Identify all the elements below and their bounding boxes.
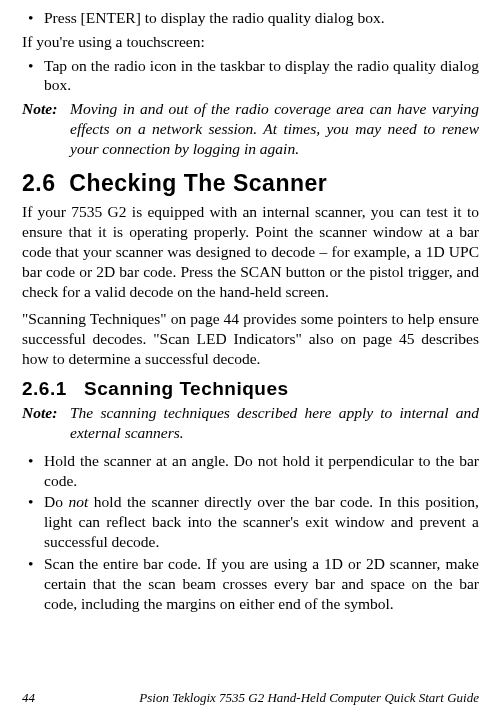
section-paragraph-1: If your 7535 G2 is equipped with an inte… — [22, 202, 479, 301]
touch-bullet-block: • Tap on the radio icon in the taskbar t… — [22, 56, 479, 96]
subsection-title: Scanning Techniques — [84, 378, 288, 399]
section-paragraph-2: "Scanning Techniques" on page 44 provide… — [22, 309, 479, 368]
section-number: 2.6 — [22, 170, 55, 196]
note-label: Note: — [22, 99, 70, 158]
note-body: The scanning techniques described here a… — [70, 403, 479, 443]
bullet-dot: • — [22, 451, 44, 491]
bullet-row: • Scan the entire bar code. If you are u… — [22, 554, 479, 613]
bullet-row: • Do not hold the scanner directly over … — [22, 492, 479, 551]
note-block-1: Note: Moving in and out of the radio cov… — [22, 99, 479, 158]
bullet-dot: • — [22, 554, 44, 613]
page-number: 44 — [22, 690, 35, 707]
note-block-2: Note: The scanning techniques described … — [22, 403, 479, 443]
text-emph: not — [69, 493, 89, 510]
page-footer: 44 Psion Teklogix 7535 G2 Hand-Held Comp… — [22, 690, 479, 707]
bullet-text: Do not hold the scanner directly over th… — [44, 492, 479, 551]
bullet-row: • Hold the scanner at an angle. Do not h… — [22, 451, 479, 491]
scanning-bullets: • Hold the scanner at an angle. Do not h… — [22, 451, 479, 614]
intro-bullet-block: • Press [ENTER] to display the radio qua… — [22, 8, 479, 28]
text-pre: Do — [44, 493, 69, 510]
note-body: Moving in and out of the radio coverage … — [70, 99, 479, 158]
bullet-dot: • — [22, 492, 44, 551]
bullet-row: • Tap on the radio icon in the taskbar t… — [22, 56, 479, 96]
footer-title: Psion Teklogix 7535 G2 Hand-Held Compute… — [139, 690, 479, 707]
text-post: hold the scanner directly over the bar c… — [44, 493, 479, 550]
bullet-row: • Press [ENTER] to display the radio qua… — [22, 8, 479, 28]
bullet-text: Scan the entire bar code. If you are usi… — [44, 554, 479, 613]
bullet-dot: • — [22, 56, 44, 96]
bullet-dot: • — [22, 8, 44, 28]
section-title: Checking The Scanner — [69, 170, 327, 196]
bullet-text: Press [ENTER] to display the radio quali… — [44, 8, 479, 28]
touchscreen-intro: If you're using a touchscreen: — [22, 32, 479, 52]
bullet-text: Tap on the radio icon in the taskbar to … — [44, 56, 479, 96]
bullet-text: Hold the scanner at an angle. Do not hol… — [44, 451, 479, 491]
section-heading-2-6: 2.6 Checking The Scanner — [22, 169, 479, 198]
subsection-number: 2.6.1 — [22, 378, 67, 399]
note-label: Note: — [22, 403, 70, 443]
subsection-heading-2-6-1: 2.6.1 Scanning Techniques — [22, 377, 479, 401]
